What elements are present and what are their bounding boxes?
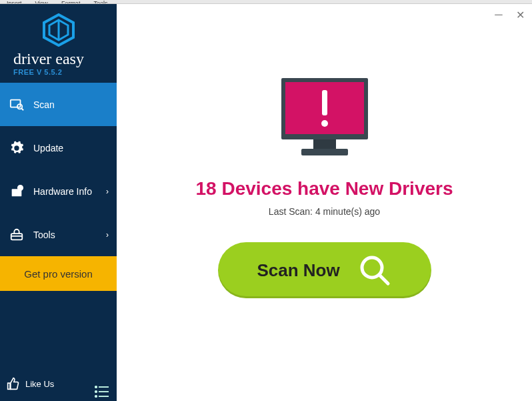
main-content: 18 Devices have New Drivers Last Scan: 4… (117, 4, 532, 298)
svg-rect-25 (313, 139, 336, 149)
svg-text:i: i (20, 186, 21, 190)
svg-point-19 (95, 391, 97, 392)
svg-line-5 (21, 108, 23, 110)
svg-point-17 (95, 386, 97, 388)
svg-rect-27 (322, 90, 327, 115)
sidebar-item-label: Hardware Info (33, 186, 92, 197)
sidebar-item-hardware-info[interactable]: i Hardware Info › (0, 169, 117, 213)
chevron-right-icon: › (106, 187, 109, 196)
svg-point-6 (15, 146, 19, 150)
headline: 18 Devices have New Drivers (195, 178, 453, 199)
logo-icon (40, 13, 77, 47)
like-us-button[interactable]: Like Us (7, 377, 54, 390)
like-us-label: Like Us (25, 379, 54, 389)
logo-block: driver easy FREE V 5.5.2 (0, 4, 117, 83)
close-button[interactable]: ✕ (515, 9, 525, 20)
magnifier-icon (357, 253, 392, 288)
scan-now-label: Scan Now (257, 260, 339, 281)
svg-rect-26 (301, 149, 348, 155)
chip-icon: i (9, 184, 24, 199)
menubar-item[interactable]: View (35, 0, 48, 3)
svg-line-30 (380, 276, 388, 284)
sidebar-item-label: Scan (33, 99, 55, 110)
toolbox-icon (9, 228, 24, 242)
window-controls: ─ ✕ (493, 9, 525, 20)
sidebar-item-label: Tools (33, 230, 55, 240)
sidebar-bottom: Like Us (0, 370, 117, 401)
gear-icon (9, 141, 24, 155)
svg-rect-16 (8, 383, 10, 389)
brand-name: driver easy (13, 51, 103, 67)
get-pro-label: Get pro version (24, 268, 93, 280)
menubar-item[interactable]: Insert (7, 0, 22, 3)
chevron-right-icon: › (106, 230, 109, 240)
thumbs-up-icon (7, 377, 20, 390)
brand-version: FREE V 5.5.2 (13, 68, 103, 76)
scan-now-button[interactable]: Scan Now (218, 242, 431, 298)
sidebar-item-tools[interactable]: Tools › (0, 213, 117, 256)
scan-icon (9, 97, 24, 112)
menubar-item[interactable]: Tools (93, 0, 107, 3)
monitor-alert-icon (275, 74, 375, 161)
svg-rect-3 (11, 99, 21, 107)
app-window: driver easy FREE V 5.5.2 Scan Update i (0, 4, 532, 401)
last-scan-text: Last Scan: 4 minute(s) ago (269, 206, 380, 217)
sidebar-item-update[interactable]: Update (0, 126, 117, 169)
menubar-item[interactable]: Format (61, 0, 81, 3)
sidebar-spacer (0, 291, 117, 370)
svg-point-28 (321, 120, 328, 127)
get-pro-button[interactable]: Get pro version (0, 256, 117, 291)
menu-icon[interactable] (94, 385, 110, 401)
minimize-button[interactable]: ─ (493, 9, 504, 20)
sidebar-item-label: Update (33, 143, 63, 153)
sidebar-item-scan[interactable]: Scan (0, 83, 117, 126)
main-panel: ─ ✕ 18 Devices have New Drivers Last Sca… (117, 4, 532, 401)
svg-point-21 (95, 396, 97, 397)
sidebar: driver easy FREE V 5.5.2 Scan Update i (0, 4, 117, 401)
